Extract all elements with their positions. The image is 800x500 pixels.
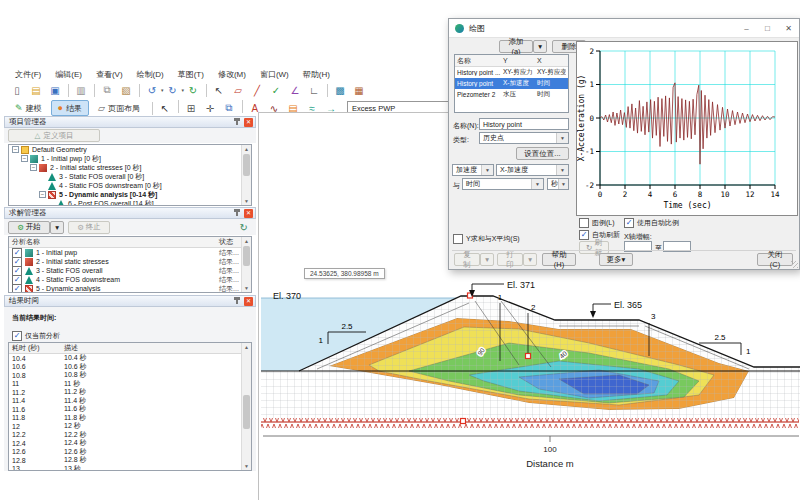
menu-H[interactable]: 帮助(H): [296, 68, 337, 81]
analysis-row[interactable]: ✓2 - Initial static stresses结果...: [9, 257, 251, 266]
mode-页面布局[interactable]: ▱页面布局: [91, 100, 147, 116]
menu-D[interactable]: 绘制(D): [130, 68, 171, 81]
time-row[interactable]: 1313 秒: [9, 465, 251, 472]
only-current-checkbox[interactable]: ✓ 仅当前分析: [12, 331, 60, 341]
y-item-select[interactable]: X-加速度▼: [496, 164, 569, 176]
time-row[interactable]: 12.212.2 秒: [9, 431, 251, 440]
time-row[interactable]: 1111 秒: [9, 380, 251, 389]
select-tool-icon[interactable]: ↖: [210, 82, 228, 99]
close-icon[interactable]: ✕: [778, 24, 799, 33]
tree-expander-icon[interactable]: −: [21, 155, 28, 162]
draw-regions-icon[interactable]: ▱: [229, 82, 247, 99]
analysis-scrollbar[interactable]: ▲ ▼: [241, 237, 251, 292]
start-solve-button[interactable]: ⚙ 开始: [8, 221, 50, 234]
menu-M[interactable]: 修改(M): [211, 68, 253, 81]
type-select[interactable]: 历史点▼: [479, 132, 569, 144]
time-row[interactable]: 11.411.4 秒: [9, 397, 251, 406]
x-item-select[interactable]: 时间▼: [462, 178, 544, 190]
draw-lines-icon[interactable]: ╱: [248, 82, 266, 99]
col-analysis-name[interactable]: 分析名称: [9, 237, 219, 247]
pin-icon[interactable]: [236, 119, 238, 125]
time-row[interactable]: 11.211.2 秒: [9, 388, 251, 397]
resize-grip[interactable]: [791, 261, 798, 268]
time-row[interactable]: 11.811.8 秒: [9, 414, 251, 423]
add-graph-button[interactable]: 添加(a): [499, 40, 533, 53]
tree-scrollbar[interactable]: ▲ ▼: [241, 145, 251, 205]
time-row[interactable]: 12.612.6 秒: [9, 448, 251, 457]
copy-caret[interactable]: ▾: [480, 253, 494, 266]
undo-icon[interactable]: ↺: [143, 82, 161, 99]
mode-建模[interactable]: ✎建模: [8, 100, 49, 116]
print-button[interactable]: 打印: [497, 253, 523, 266]
col-y[interactable]: Y: [501, 57, 535, 64]
x-unit-select[interactable]: 秒▼: [547, 178, 569, 190]
menu-F[interactable]: 文件(F): [8, 68, 48, 81]
menu-E[interactable]: 编辑(E): [48, 68, 89, 81]
analysis-row[interactable]: ✓1 - Initial pwp结果...: [9, 248, 251, 257]
graph-row[interactable]: History point ...XY-剪应力XY-剪应变: [455, 67, 568, 78]
close-icon[interactable]: ✕: [244, 209, 253, 218]
time-row[interactable]: 12.412.4 秒: [9, 439, 251, 448]
time-row[interactable]: 10.410.4 秒: [9, 354, 251, 363]
pin-icon[interactable]: [236, 210, 238, 216]
new-file-icon[interactable]: ▯: [8, 82, 26, 99]
analysis-row[interactable]: ✓3 - Static FOS overall结果...: [9, 266, 251, 275]
define-project-button[interactable]: △ 定义项目: [8, 129, 100, 142]
analysis-row[interactable]: ✓5 - Dynamic analysis结果...: [9, 284, 251, 293]
time-row[interactable]: 12.812.8 秒: [9, 456, 251, 465]
sum-average-checkbox[interactable]: Y求和与X平均(S): [453, 234, 520, 244]
minimize-icon[interactable]: –: [736, 24, 757, 33]
zoom-window-icon[interactable]: ⊞: [182, 100, 200, 117]
stop-solve-button[interactable]: ⚙ 终止: [68, 221, 110, 234]
autoscale-checkbox[interactable]: ✓ 使用自动比例: [624, 218, 679, 228]
add-image-icon[interactable]: ▩: [331, 82, 349, 99]
set-location-button[interactable]: 设置位置...: [516, 147, 569, 160]
tree-expander-icon[interactable]: −: [30, 164, 37, 171]
verify-icon[interactable]: ✓: [267, 82, 285, 99]
analysis-row[interactable]: ✓4 - Static FOS downstream结果...: [9, 275, 251, 284]
tree-expander-icon[interactable]: −: [12, 146, 19, 153]
col-x[interactable]: X: [535, 57, 566, 64]
set-axes-icon[interactable]: ∟: [305, 82, 323, 99]
menu-V[interactable]: 查看(V): [89, 68, 130, 81]
time-row[interactable]: 1212 秒: [9, 422, 251, 431]
copy-button[interactable]: 复制: [454, 253, 480, 266]
redo-icon[interactable]: ↻: [164, 82, 182, 99]
pan-icon[interactable]: ✛: [201, 100, 219, 117]
open-file-icon[interactable]: ▤: [27, 82, 45, 99]
start-options-caret[interactable]: ▾: [50, 221, 64, 234]
menu-T[interactable]: 草图(T): [171, 68, 211, 81]
cursor-icon[interactable]: ↖: [156, 100, 174, 117]
pin-icon[interactable]: [236, 298, 238, 304]
add-graph-caret[interactable]: ▾: [533, 40, 547, 53]
tree-item[interactable]: 6 - Post FOS overall [14 秒]: [9, 199, 251, 206]
copy-image-icon[interactable]: ⧉: [220, 100, 238, 117]
time-row[interactable]: 10.610.6 秒: [9, 363, 251, 372]
mode-结果[interactable]: ●结果: [51, 100, 89, 116]
col-name[interactable]: 名称: [455, 56, 501, 66]
graph-row[interactable]: History pointX-加速度时间: [455, 78, 568, 89]
measure-icon[interactable]: ∠: [286, 82, 304, 99]
time-row[interactable]: 11.611.6 秒: [9, 405, 251, 414]
help-button[interactable]: 帮助(H): [542, 253, 576, 266]
dialog-titlebar[interactable]: 绘图 – □ ✕: [449, 19, 799, 38]
legend-checkbox[interactable]: 图例(L): [579, 218, 615, 228]
close-icon[interactable]: ✕: [244, 118, 253, 127]
times-scrollbar[interactable]: ▲ ▼: [241, 343, 251, 470]
time-row[interactable]: 10.810.8 秒: [9, 371, 251, 380]
more-button[interactable]: 更多 ▾: [599, 253, 633, 266]
close-button[interactable]: 关闭(C): [757, 253, 793, 266]
y-category-select[interactable]: 加速度▼: [452, 164, 494, 176]
paste-icon[interactable]: ▧: [117, 82, 135, 99]
copy-icon[interactable]: ⧉: [98, 82, 116, 99]
refresh-icon[interactable]: ↻: [240, 222, 248, 233]
col-description[interactable]: 描述: [64, 343, 251, 353]
print-caret[interactable]: ▾: [523, 253, 537, 266]
menu-W[interactable]: 窗口(W): [253, 68, 296, 81]
maximize-icon[interactable]: □: [757, 24, 778, 33]
checkbox-icon[interactable]: ✓: [12, 284, 22, 294]
save-file-icon[interactable]: ▣: [46, 82, 64, 99]
col-elapsed[interactable]: 耗时 (秒): [9, 343, 64, 353]
name-input[interactable]: History point: [479, 118, 569, 130]
close-icon[interactable]: ✕: [244, 297, 253, 306]
